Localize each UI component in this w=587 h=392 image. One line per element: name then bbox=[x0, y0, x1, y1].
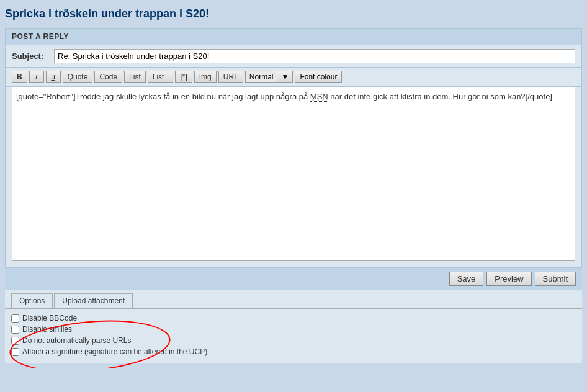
no-auto-parse-checkbox[interactable] bbox=[11, 337, 19, 345]
attach-signature-checkbox[interactable] bbox=[11, 348, 19, 356]
toolbar-row: B i u Quote Code List List= [*] Img URL … bbox=[6, 68, 581, 87]
checkbox-row-smilies: Disable smilies bbox=[11, 325, 576, 334]
disable-bbcode-checkbox[interactable] bbox=[11, 314, 19, 323]
subject-row: Subject: bbox=[6, 45, 581, 68]
preview-button[interactable]: Preview bbox=[486, 272, 531, 286]
disable-bbcode-label: Disable BBCode bbox=[22, 314, 77, 323]
img-button[interactable]: Img bbox=[194, 71, 217, 83]
url-button[interactable]: URL bbox=[218, 71, 243, 83]
underline-button[interactable]: u bbox=[46, 71, 61, 83]
editor-area[interactable]: [quote="Robert"]Trodde jag skulle lyckas… bbox=[12, 87, 575, 261]
font-size-select[interactable]: Normal ▼ bbox=[245, 71, 294, 83]
submit-button[interactable]: Submit bbox=[535, 272, 576, 286]
tab-options[interactable]: Options bbox=[11, 293, 53, 308]
font-size-label: Normal bbox=[246, 71, 277, 82]
save-button[interactable]: Save bbox=[449, 272, 484, 286]
attach-signature-label: Attach a signature (signature can be alt… bbox=[22, 347, 207, 356]
editor-content: [quote="Robert"]Trodde jag skulle lyckas… bbox=[16, 92, 552, 102]
list-button[interactable]: List bbox=[124, 71, 146, 83]
action-row: Save Preview Submit bbox=[5, 267, 582, 290]
code-button[interactable]: Code bbox=[94, 71, 122, 83]
subject-label: Subject: bbox=[12, 51, 49, 61]
checkbox-row-signature: Attach a signature (signature can be alt… bbox=[11, 347, 576, 356]
page-title: Spricka i tröskeln under trappan i S20! bbox=[5, 5, 582, 23]
post-reply-section: POST A REPLY Subject: B i u Quote Code L… bbox=[5, 28, 582, 267]
disable-smilies-checkbox[interactable] bbox=[11, 326, 19, 334]
disable-smilies-label: Disable smilies bbox=[22, 325, 72, 334]
subject-input[interactable] bbox=[54, 49, 575, 63]
italic-button[interactable]: i bbox=[29, 71, 44, 83]
options-content: Disable BBCode Disable smilies Do not au… bbox=[5, 308, 582, 363]
tabs-row: Options Upload attachment bbox=[5, 290, 582, 308]
tab-upload-attachment[interactable]: Upload attachment bbox=[54, 293, 133, 308]
bold-button[interactable]: B bbox=[12, 71, 27, 83]
font-size-arrow[interactable]: ▼ bbox=[277, 71, 292, 82]
checkbox-row-no-parse: Do not automatically parse URLs bbox=[11, 336, 576, 345]
checkbox-row-bbcode: Disable BBCode bbox=[11, 314, 576, 323]
tabs-section: Options Upload attachment Disable BBCode… bbox=[5, 290, 582, 363]
star-button[interactable]: [*] bbox=[175, 71, 192, 83]
font-colour-button[interactable]: Font colour bbox=[295, 71, 342, 83]
no-auto-parse-label: Do not automatically parse URLs bbox=[22, 336, 131, 345]
post-reply-header: POST A REPLY bbox=[6, 29, 581, 45]
list-item-button[interactable]: List= bbox=[148, 71, 174, 83]
quote-button[interactable]: Quote bbox=[63, 71, 93, 83]
